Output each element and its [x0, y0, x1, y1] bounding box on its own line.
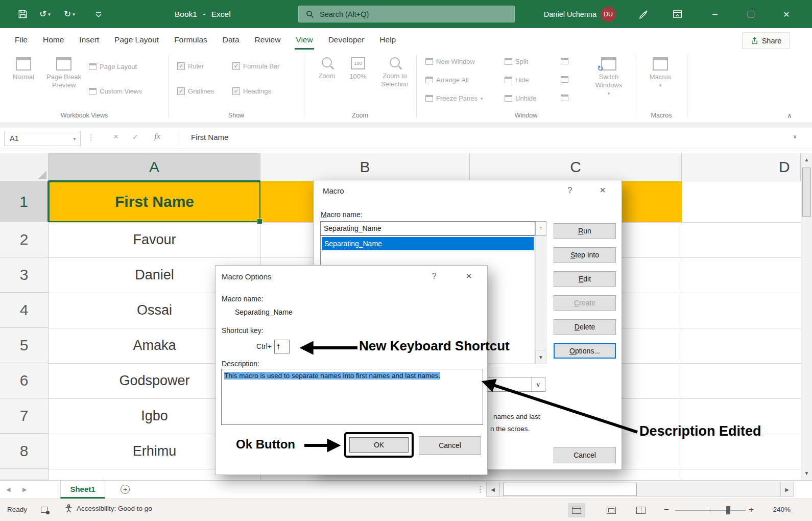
name-box[interactable]: A1 ▾	[4, 131, 81, 146]
save-button[interactable]	[13, 0, 32, 28]
tab-insert[interactable]: Insert	[71, 28, 107, 52]
hscroll-left-button[interactable]: ◀	[486, 482, 499, 497]
tab-developer[interactable]: Developer	[321, 28, 372, 52]
macros-button[interactable]: Macros ▾	[642, 57, 678, 89]
row-header-8[interactable]: 8	[0, 434, 49, 469]
editor-pen-button[interactable]	[632, 0, 654, 28]
row-header-partial[interactable]	[0, 469, 49, 480]
tab-page-layout[interactable]: Page Layout	[107, 28, 166, 52]
macro-name-input[interactable]: Separating_Name	[320, 221, 535, 235]
view-normal-button[interactable]	[568, 503, 585, 517]
insert-function-button[interactable]: fx	[150, 132, 164, 141]
sheet-nav-left-icon[interactable]: ◀	[6, 486, 10, 493]
zoom-slider-handle[interactable]	[726, 506, 730, 514]
row-header-5[interactable]: 5	[0, 328, 49, 363]
macro-list-scrollbar[interactable]: ▼	[535, 235, 546, 364]
macro-run-button[interactable]: Run	[554, 223, 616, 239]
macro-options-button[interactable]: Options...	[554, 343, 616, 359]
macro-list-scroll-up-button[interactable]: ↑	[535, 221, 546, 235]
search-box[interactable]: Search (Alt+Q)	[298, 6, 515, 22]
ok-button[interactable]: OK	[349, 437, 409, 453]
column-header-d[interactable]: D	[682, 153, 801, 181]
macro-delete-button[interactable]: Delete	[554, 319, 616, 335]
fill-handle[interactable]	[257, 219, 262, 224]
tab-home[interactable]: Home	[35, 28, 71, 52]
macro-dialog-close-button[interactable]: ×	[595, 184, 610, 196]
sheet-nav-right-icon[interactable]: ▶	[22, 486, 27, 493]
macro-options-close-button[interactable]: ×	[462, 270, 476, 282]
undo-button[interactable]: ↺▾	[34, 0, 56, 28]
zoom-out-button[interactable]: −	[664, 505, 669, 515]
scroll-down-button[interactable]: ▼	[801, 467, 812, 479]
macro-list-item-selected[interactable]: Separating_Name	[322, 237, 534, 250]
unhide-button[interactable]: Unhide	[505, 94, 536, 102]
description-textarea[interactable]: This macro is used to separate names int…	[221, 369, 483, 425]
ruler-checkbox[interactable]: ✓ Ruler	[177, 62, 204, 70]
cell-a1-selected[interactable]: First Name	[49, 181, 260, 222]
record-macro-icon[interactable]	[41, 507, 48, 513]
zoom-to-selection-button[interactable]: Zoom to Selection	[375, 57, 414, 88]
collapse-ribbon-button[interactable]: ∧	[783, 112, 796, 121]
macro-dialog-help-button[interactable]: ?	[564, 186, 576, 195]
page-break-preview-button[interactable]: Page Break Preview	[41, 57, 87, 89]
column-header-c[interactable]: C	[470, 153, 682, 181]
expand-formula-bar-icon[interactable]: ∨	[793, 133, 797, 140]
ribbon-display-options-button[interactable]	[666, 0, 688, 28]
split-button[interactable]: Split	[505, 58, 528, 65]
zoom-slider-track[interactable]	[675, 510, 746, 511]
sheet-tab-sheet1[interactable]: Sheet1	[60, 481, 105, 499]
tab-help[interactable]: Help	[372, 28, 403, 52]
tab-file[interactable]: File	[7, 28, 35, 52]
cell-d1[interactable]	[682, 181, 801, 222]
tab-view[interactable]: View	[288, 28, 320, 52]
macro-step-into-button[interactable]: Step Into	[554, 247, 616, 263]
formula-bar-dots-icon[interactable]: ⋮	[87, 132, 95, 142]
view-page-layout-button[interactable]	[603, 503, 620, 517]
column-header-b[interactable]: B	[260, 153, 470, 181]
close-button[interactable]: ×	[775, 0, 798, 28]
shortcut-key-input[interactable]: f	[274, 340, 290, 353]
combobox-dropdown-button[interactable]: ∨	[531, 377, 545, 391]
formula-bar-checkbox[interactable]: ✓ Formula Bar	[232, 62, 280, 70]
macro-options-help-button[interactable]: ?	[428, 272, 440, 281]
accessibility-checker[interactable]: Accessibility: Good to go	[64, 504, 152, 513]
row-header-2[interactable]: 2	[0, 222, 49, 257]
row-header-6[interactable]: 6	[0, 363, 49, 398]
tab-data[interactable]: Data	[215, 28, 247, 52]
share-button[interactable]: Share	[742, 32, 790, 49]
formula-cancel-button[interactable]: ×	[109, 132, 123, 142]
zoom-button[interactable]: Zoom	[313, 57, 341, 80]
view-page-break-button[interactable]	[632, 503, 650, 517]
zoom-100-button[interactable]: 100 100%	[344, 57, 372, 81]
tab-review[interactable]: Review	[247, 28, 289, 52]
tab-formulas[interactable]: Formulas	[166, 28, 215, 52]
vertical-scroll-thumb[interactable]	[802, 168, 811, 217]
gridlines-checkbox[interactable]: ✓ Gridlines	[177, 87, 214, 95]
view-side-by-side-button[interactable]	[561, 58, 568, 64]
row-header-1[interactable]: 1	[0, 181, 49, 222]
redo-button[interactable]: ↻▾	[58, 0, 81, 28]
page-layout-view-button[interactable]: Page Layout	[89, 63, 137, 70]
custom-views-button[interactable]: Custom Views	[89, 87, 142, 95]
macro-edit-button[interactable]: Edit	[554, 271, 616, 287]
options-cancel-button[interactable]: Cancel	[419, 436, 481, 455]
macro-list-scroll-down-button[interactable]: ▼	[535, 350, 546, 364]
zoom-level[interactable]: 240%	[762, 506, 791, 513]
horizontal-scroll-thumb[interactable]	[503, 483, 637, 496]
reset-window-position-button[interactable]	[561, 94, 568, 101]
hscroll-right-button[interactable]: ▶	[780, 482, 794, 497]
tab-splitter-dots-icon[interactable]: ⋮	[476, 485, 484, 494]
macro-cancel-button[interactable]: Cancel	[554, 447, 616, 463]
column-header-a[interactable]: A	[49, 153, 260, 181]
headings-checkbox[interactable]: ✓ Headings	[232, 87, 271, 95]
new-window-button[interactable]: New Window	[425, 58, 475, 65]
row-header-4[interactable]: 4	[0, 293, 49, 328]
synchronous-scrolling-button[interactable]	[561, 76, 568, 83]
avatar[interactable]: DU	[601, 7, 616, 22]
scroll-up-button[interactable]: ▲	[801, 153, 812, 165]
hide-button[interactable]: Hide	[505, 76, 529, 84]
formula-bar-value[interactable]: First Name	[191, 133, 228, 141]
macro-create-button[interactable]: Create	[554, 295, 616, 311]
row-header-3[interactable]: 3	[0, 257, 49, 293]
maximize-button[interactable]	[739, 0, 762, 28]
